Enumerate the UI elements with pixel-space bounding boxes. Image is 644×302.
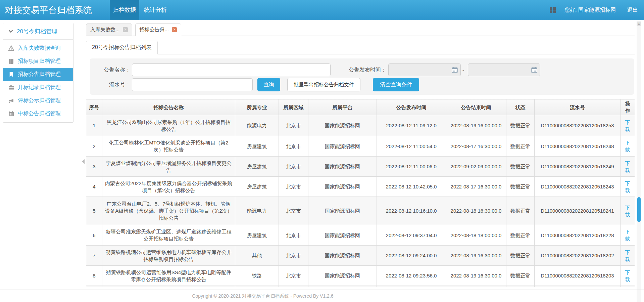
cell-action: 下载 <box>621 246 635 266</box>
cell-action: 下载 <box>621 225 635 246</box>
cell-platform: 国家能源招标网 <box>308 136 377 157</box>
cell-announcement-name: 广东公司台山电厂2、5、7号机组锅炉本体、转机、管阀设备A级检修（含保温、脚手架… <box>102 197 235 225</box>
cell-publish-time: 2022-08-12 11:00:54.0 <box>377 136 446 157</box>
serial-input[interactable] <box>132 78 253 91</box>
status-badge: 数据正常 <box>506 177 535 197</box>
download-link[interactable]: 下载 <box>625 269 630 282</box>
cell-major: 其他 <box>235 246 279 266</box>
warning-icon <box>8 45 14 51</box>
serial-label: 流水号： <box>90 81 131 88</box>
cell-index: 5 <box>86 197 102 225</box>
archive-table-wrap: 序号 招标公告名称 所属专业 所属区域 所属平台 公告发布时间 公告结束时间 状… <box>86 99 635 287</box>
date-range-separator: - <box>462 67 464 73</box>
sidebar-item-label: 招标公告归档管理 <box>18 71 61 78</box>
cell-publish-time: 2022-08-12 09:23:56.0 <box>377 266 446 286</box>
cell-major: 房屋建筑 <box>235 157 279 177</box>
date-to-input[interactable] <box>468 63 540 76</box>
date-from-input[interactable] <box>388 63 461 76</box>
cell-publish-time: 2022-08-12 11:09:12.0 <box>377 115 446 136</box>
query-button[interactable]: 查询 <box>257 78 280 91</box>
app-header: 对接交易平台归档系统 归档数据 统计分析 您好, 国家能源招标网 退出 <box>0 0 644 20</box>
sidebar-menu: 入库失败数据查询 招标项目归档管理 招标公告归档管理 开标记录归档管理 评标公示… <box>3 42 73 120</box>
table-row: 6 新疆公司准东露天煤矿工业区、选煤厂道路建设维修工程公开招标项目招标公告 房屋… <box>86 225 635 246</box>
cell-announcement-name: 朔黄铁路机辆公司运营维修用电力机车碳滑板零库存公开招标采购项目招标公告 <box>102 246 235 266</box>
cell-index: 6 <box>86 225 102 246</box>
sidebar-item-0[interactable]: 入库失败数据查询 <box>3 42 73 55</box>
cell-serial: D1100000088202208120518228 <box>535 225 621 246</box>
sidebar-item-label: 开标记录归档管理 <box>18 84 61 91</box>
cell-region: 北京市 <box>279 246 308 266</box>
download-link[interactable]: 下载 <box>625 119 630 132</box>
status-badge: 数据正常 <box>506 266 535 286</box>
status-badge: 数据正常 <box>506 225 535 246</box>
top-nav-item-0[interactable]: 归档数据 <box>110 0 139 20</box>
table-row: 1 黑龙江公司双鸭山公司尿素采购（1年）公开招标项目招标公告 能源电力 北京市 … <box>86 115 635 136</box>
vertical-scrollbar[interactable]: ▲ <box>637 21 641 302</box>
top-nav: 归档数据 统计分析 <box>110 0 171 20</box>
calendar-icon[interactable] <box>451 67 458 73</box>
download-link[interactable]: 下载 <box>625 160 630 173</box>
cell-serial: D1100000088202208120518203 <box>535 266 621 286</box>
announcement-name-input[interactable] <box>132 63 331 76</box>
cell-index: 8 <box>86 266 102 286</box>
scroll-up-arrow-icon[interactable]: ▲ <box>637 21 641 26</box>
status-badge: 数据正常 <box>506 246 535 266</box>
cell-action: 下载 <box>621 136 635 157</box>
apps-grid-icon[interactable] <box>550 7 556 13</box>
col-major: 所属专业 <box>235 99 279 115</box>
document-tab-1[interactable]: 招标公告归... × <box>135 24 182 36</box>
calendar-icon <box>8 111 14 117</box>
sidebar-collapse-arrow[interactable] <box>82 159 85 164</box>
top-nav-item-1[interactable]: 统计分析 <box>141 0 170 20</box>
cell-platform: 国家能源招标网 <box>308 115 377 136</box>
clear-conditions-button[interactable]: 清空查询条件 <box>373 78 419 91</box>
sidebar-item-label: 招标项目归档管理 <box>18 58 61 65</box>
cell-action: 下载 <box>621 266 635 286</box>
cell-platform: 国家能源招标网 <box>308 225 377 246</box>
download-link[interactable]: 下载 <box>625 249 630 262</box>
table-row: 8 朔黄铁路机辆公司运营维修用SS4型电力机车电阻等配件零库存公开招标采购项目招… <box>86 266 635 286</box>
sidebar: 20号令归档管理 入库失败数据查询 招标项目归档管理 招标公告归档管理 开标记录… <box>3 23 73 123</box>
sidebar-group-header[interactable]: 20号令归档管理 <box>3 23 73 40</box>
main-content: 入库失败数... × 招标公告归... × 20号令招标公告归档列表 公告名称：… <box>86 23 635 287</box>
scrollbar-thumb[interactable] <box>637 197 641 222</box>
cell-platform: 国家能源招标网 <box>308 266 377 286</box>
cell-publish-time: 2022-08-12 10:42:05.0 <box>377 177 446 197</box>
close-icon[interactable]: × <box>123 27 128 32</box>
document-tab-0[interactable]: 入库失败数... × <box>86 24 132 36</box>
sidebar-item-1[interactable]: 招标项目归档管理 <box>3 55 73 68</box>
megaphone-icon <box>8 98 14 103</box>
batch-export-button[interactable]: 批量导出招标公告归档文件 <box>287 78 360 91</box>
table-row: 5 广东公司台山电厂2、5、7号机组锅炉本体、转机、管阀设备A级检修（含保温、脚… <box>86 197 635 225</box>
cell-platform: 国家能源招标网 <box>308 246 377 266</box>
download-link[interactable]: 下载 <box>625 229 630 242</box>
sidebar-item-2[interactable]: 招标公告归档管理 <box>3 68 73 81</box>
cell-announcement-name: 内蒙古公司2022年度集团级液力偶合器公开招标铺货采购项目（第2次）招标公告 <box>102 177 235 197</box>
col-region: 所属区域 <box>279 99 308 115</box>
announcement-name-label: 公告名称： <box>90 67 131 74</box>
cell-major: 房屋建筑 <box>235 225 279 246</box>
download-link[interactable]: 下载 <box>625 180 630 193</box>
download-link[interactable]: 下载 <box>625 205 630 217</box>
col-status: 状态 <box>506 99 535 115</box>
briefcase-icon <box>8 85 14 90</box>
cell-action: 下载 <box>621 177 635 197</box>
panel-tab[interactable]: 20号令招标公告归档列表 <box>86 41 158 54</box>
sidebar-item-label: 中标公告归档管理 <box>18 110 61 117</box>
cell-region: 北京市 <box>279 136 308 157</box>
logout-button[interactable]: 退出 <box>627 7 638 14</box>
cell-serial: D1100000088202208120518243 <box>535 177 621 197</box>
cell-index: 2 <box>86 136 102 157</box>
cell-announcement-name: 宁夏煤业煤制油分公司带压堵漏服务公开招标项目变更公告 <box>102 157 235 177</box>
download-link[interactable]: 下载 <box>625 140 630 153</box>
sidebar-item-4[interactable]: 评标公示归档管理 <box>3 94 73 107</box>
sidebar-item-3[interactable]: 开标记录归档管理 <box>3 81 73 94</box>
calendar-icon[interactable] <box>531 67 538 73</box>
cell-region: 北京市 <box>279 225 308 246</box>
cell-region: 北京市 <box>279 266 308 286</box>
sidebar-item-5[interactable]: 中标公告归档管理 <box>3 107 73 120</box>
cell-region: 北京市 <box>279 157 308 177</box>
close-icon[interactable]: × <box>172 27 177 32</box>
cell-serial: D1100000088202208120518253 <box>535 115 621 136</box>
book-icon <box>8 58 14 64</box>
